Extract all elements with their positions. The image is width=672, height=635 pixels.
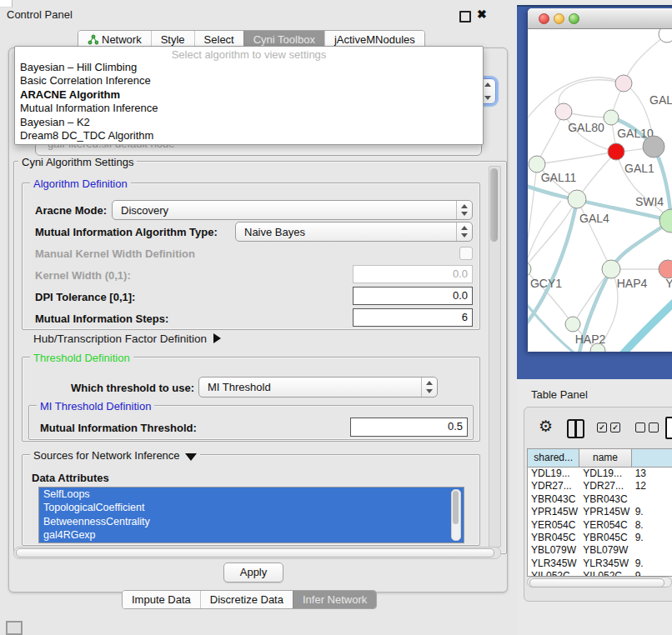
- mi-algorithm-type-combobox[interactable]: Naive Bayes: [235, 222, 473, 242]
- table-cell: YLR345W: [579, 558, 631, 570]
- network-node-hap4[interactable]: [602, 260, 620, 278]
- which-threshold-combobox[interactable]: MI Threshold: [198, 377, 438, 398]
- table-cell: YIL052C: [579, 570, 631, 577]
- table-row[interactable]: YER054CYER054C8.: [528, 519, 672, 532]
- table-cell: YBL079W: [579, 544, 631, 557]
- combo-arrows-icon: [456, 222, 472, 241]
- algorithm-option[interactable]: Mutual Information Inference: [15, 102, 483, 115]
- table-cell: YPR145W: [528, 506, 579, 518]
- mi-threshold-field[interactable]: 0.5: [350, 418, 468, 437]
- minimize-window-icon[interactable]: [554, 13, 564, 24]
- document-icon[interactable]: [665, 417, 672, 439]
- manual-kernel-width-checkbox[interactable]: [459, 247, 473, 260]
- network-node-gal1[interactable]: [608, 143, 624, 160]
- sources-group-title[interactable]: Sources for Network Inference: [30, 449, 200, 462]
- mi-algorithm-type-label: Mutual Information Algorithm Type:: [35, 226, 218, 238]
- mi-steps-field[interactable]: 6: [353, 308, 473, 327]
- network-icon: [88, 34, 98, 45]
- data-attributes-label: Data Attributes: [32, 472, 109, 484]
- node-label: GAL80: [568, 121, 604, 134]
- table-cell: 13: [632, 468, 672, 480]
- algorithm-option[interactable]: Bayesian – Hill Climbing: [15, 61, 483, 74]
- sources-title-text: Sources for Network Inference: [33, 449, 180, 462]
- table-panel-title: Table Panel: [531, 388, 588, 401]
- dpi-tolerance-field[interactable]: 0.0: [353, 287, 473, 305]
- threshold-definition-title: Threshold Definition: [30, 352, 133, 364]
- tab-discretize-data[interactable]: Discretize Data: [200, 591, 293, 608]
- data-attributes-list[interactable]: SelfLoopsTopologicalCoefficientBetweenne…: [38, 487, 464, 543]
- corner-notch: [0, 0, 13, 8]
- apply-button[interactable]: Apply: [223, 562, 283, 582]
- close-panel-icon[interactable]: ✖: [477, 8, 487, 21]
- float-panel-icon[interactable]: [459, 11, 471, 22]
- table-horizontal-scrollbar-thumb[interactable]: [529, 578, 664, 588]
- table-cell: YDR27...: [579, 480, 631, 492]
- table-cell: YIL052C: [528, 570, 579, 577]
- tab-infer-network[interactable]: Infer Network: [293, 591, 376, 608]
- table-cell: YBR045C: [579, 532, 631, 544]
- network-node-gal4[interactable]: [568, 190, 586, 208]
- gear-icon[interactable]: ⚙: [539, 418, 553, 434]
- hub-transcription-factor-section[interactable]: Hub/Transcription Factor Definition: [33, 332, 221, 345]
- table-cell: YDL19...: [579, 468, 631, 480]
- column-header-name[interactable]: name: [579, 449, 631, 467]
- expand-right-icon[interactable]: [213, 333, 221, 343]
- node-label: GAL1: [624, 162, 654, 175]
- network-node-gcy1[interactable]: [528, 262, 531, 277]
- network-node-y[interactable]: [659, 260, 672, 278]
- aracne-mode-combobox[interactable]: Discovery: [112, 200, 473, 220]
- table-row[interactable]: YBL079WYBL079W: [528, 544, 672, 557]
- algorithm-option[interactable]: Basic Correlation Inference: [15, 74, 483, 88]
- checked-checkbox-icon[interactable]: ✓: [597, 422, 607, 432]
- tab-impute-data[interactable]: Impute Data: [123, 591, 200, 608]
- column-header[interactable]: [632, 449, 672, 467]
- tab-label: jActiveMNodules: [334, 33, 415, 46]
- network-node[interactable]: [643, 136, 664, 158]
- data-attribute-item[interactable]: SelfLoops: [39, 488, 464, 501]
- close-window-icon[interactable]: [539, 13, 549, 24]
- data-attribute-item[interactable]: TopologicalCoefficient: [39, 501, 464, 514]
- data-attribute-item[interactable]: gal4RGexp: [39, 528, 464, 542]
- network-window-titlebar[interactable]: [528, 8, 672, 29]
- unchecked-checkbox-icon[interactable]: [649, 422, 659, 432]
- column-header-shared[interactable]: shared...: [528, 449, 579, 467]
- table-row[interactable]: YIL052CYIL052C9: [528, 570, 672, 577]
- table-row[interactable]: YBR043CYBR043C: [528, 493, 672, 506]
- zoom-window-icon[interactable]: [569, 13, 579, 24]
- mi-threshold-definition-title: MI Threshold Definition: [37, 400, 154, 412]
- table-row[interactable]: YDR27...YDR27...12: [528, 480, 672, 492]
- table-row[interactable]: YBR045CYBR045C9.: [528, 532, 672, 544]
- checked-checkbox-icon[interactable]: ✓: [610, 422, 620, 432]
- network-node-gal[interactable]: [615, 75, 632, 92]
- network-edge: [577, 199, 611, 269]
- network-node-hap2[interactable]: [565, 317, 580, 332]
- bottom-tabs: Impute DataDiscretize DataInfer Network: [122, 590, 377, 609]
- table-panel: Table Panel ⚙ ✓ ✓ shared...name YDL19...…: [517, 379, 672, 635]
- table-row[interactable]: YDL19...YDL19...13: [528, 468, 672, 480]
- algorithm-option[interactable]: Bayesian – K2: [15, 116, 483, 129]
- unchecked-checkbox-icon[interactable]: [635, 422, 645, 432]
- settings-horizontal-scrollbar-thumb[interactable]: [16, 548, 494, 558]
- columns-icon[interactable]: [567, 419, 584, 438]
- collapse-down-icon[interactable]: [185, 453, 197, 461]
- data-attribute-item[interactable]: BetweennessCentrality: [39, 515, 464, 528]
- minimized-panel-button[interactable]: [6, 621, 23, 635]
- network-view-window[interactable]: GALGAL80GAL10GAL1GAL11GAL4SWI4GCY1HAP4YH…: [528, 8, 672, 352]
- node-label: GCY1: [530, 277, 562, 290]
- algorithm-option[interactable]: ARACNE Algorithm: [15, 88, 483, 102]
- kernel-width-field[interactable]: 0.0: [353, 265, 473, 283]
- table-cell: YBR045C: [528, 532, 579, 544]
- table-row[interactable]: YLR345WYLR345W9.: [528, 558, 672, 570]
- network-edge: [624, 34, 667, 83]
- network-canvas[interactable]: GALGAL80GAL10GAL1GAL11GAL4SWI4GCY1HAP4YH…: [528, 29, 672, 352]
- network-node-gal11[interactable]: [529, 156, 545, 172]
- node-table[interactable]: shared...name YDL19...YDL19...13YDR27...…: [527, 448, 672, 577]
- table-row[interactable]: YPR145WYPR145W9.: [528, 506, 672, 518]
- network-node[interactable]: [659, 29, 672, 42]
- algorithm-option[interactable]: Dream8 DC_TDC Algorithm: [15, 129, 483, 142]
- table-cell: YDR27...: [528, 480, 579, 492]
- network-node-gal10[interactable]: [604, 110, 619, 125]
- settings-scrollbar-thumb[interactable]: [490, 168, 498, 242]
- attributes-scrollbar-thumb[interactable]: [453, 491, 459, 524]
- network-node-gal80[interactable]: [555, 103, 572, 120]
